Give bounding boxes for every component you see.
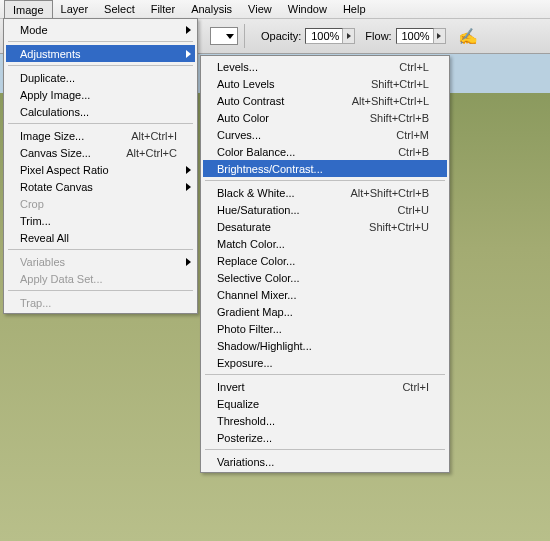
image-menu-apply-image[interactable]: Apply Image... — [6, 86, 195, 103]
image-menu-reveal-all[interactable]: Reveal All — [6, 229, 195, 246]
adjustments-menu-desaturate[interactable]: DesaturateShift+Ctrl+U — [203, 218, 447, 235]
menu-separator — [205, 374, 445, 375]
adjustments-menu-match-color[interactable]: Match Color... — [203, 235, 447, 252]
chevron-right-icon — [186, 183, 191, 191]
menubar-item-view[interactable]: View — [240, 0, 280, 18]
menubar-item-image[interactable]: Image — [4, 0, 53, 18]
flow-flyout-button[interactable] — [434, 28, 446, 44]
menubar: ImageLayerSelectFilterAnalysisViewWindow… — [0, 0, 550, 19]
menu-item-label: Crop — [20, 198, 44, 210]
menu-item-shortcut: Ctrl+M — [396, 129, 429, 141]
flow-input[interactable]: 100% — [396, 28, 434, 44]
adjustments-menu-channel-mixer[interactable]: Channel Mixer... — [203, 286, 447, 303]
menu-item-label: Variations... — [217, 456, 274, 468]
adjustments-menu-threshold[interactable]: Threshold... — [203, 412, 447, 429]
menu-separator — [8, 41, 193, 42]
adjustments-menu-posterize[interactable]: Posterize... — [203, 429, 447, 446]
menu-item-label: Auto Contrast — [217, 95, 284, 107]
menu-item-shortcut: Alt+Ctrl+I — [131, 130, 177, 142]
image-menu-duplicate[interactable]: Duplicate... — [6, 69, 195, 86]
adjustments-menu-exposure[interactable]: Exposure... — [203, 354, 447, 371]
image-menu-rotate-canvas[interactable]: Rotate Canvas — [6, 178, 195, 195]
chevron-right-icon — [186, 166, 191, 174]
adjustments-menu-levels[interactable]: Levels...Ctrl+L — [203, 58, 447, 75]
opacity-label: Opacity: — [261, 30, 301, 42]
menu-item-label: Black & White... — [217, 187, 295, 199]
image-menu-mode[interactable]: Mode — [6, 21, 195, 38]
menu-item-shortcut: Ctrl+U — [398, 204, 429, 216]
image-menu-calculations[interactable]: Calculations... — [6, 103, 195, 120]
adjustments-menu-invert[interactable]: InvertCtrl+I — [203, 378, 447, 395]
menu-item-label: Shadow/Highlight... — [217, 340, 312, 352]
menu-item-label: Desaturate — [217, 221, 271, 233]
adjustments-menu-replace-color[interactable]: Replace Color... — [203, 252, 447, 269]
brush-preset-dropdown[interactable] — [210, 27, 238, 45]
adjustments-menu-black-white[interactable]: Black & White...Alt+Shift+Ctrl+B — [203, 184, 447, 201]
menu-item-label: Photo Filter... — [217, 323, 282, 335]
image-menu-canvas-size[interactable]: Canvas Size...Alt+Ctrl+C — [6, 144, 195, 161]
adjustments-menu-curves[interactable]: Curves...Ctrl+M — [203, 126, 447, 143]
adjustments-menu-variations[interactable]: Variations... — [203, 453, 447, 470]
menu-separator — [8, 249, 193, 250]
adjustments-menu-auto-color[interactable]: Auto ColorShift+Ctrl+B — [203, 109, 447, 126]
opacity-input[interactable]: 100% — [305, 28, 343, 44]
airbrush-icon[interactable]: ✍ — [458, 27, 478, 46]
menubar-item-analysis[interactable]: Analysis — [183, 0, 240, 18]
adjustments-menu-auto-contrast[interactable]: Auto ContrastAlt+Shift+Ctrl+L — [203, 92, 447, 109]
menu-item-label: Selective Color... — [217, 272, 300, 284]
separator — [244, 24, 245, 48]
adjustments-menu-gradient-map[interactable]: Gradient Map... — [203, 303, 447, 320]
menu-item-shortcut: Shift+Ctrl+U — [369, 221, 429, 233]
menu-item-label: Adjustments — [20, 48, 81, 60]
adjustments-menu-equalize[interactable]: Equalize — [203, 395, 447, 412]
menu-item-label: Trap... — [20, 297, 51, 309]
image-menu-apply-data-set: Apply Data Set... — [6, 270, 195, 287]
adjustments-menu-selective-color[interactable]: Selective Color... — [203, 269, 447, 286]
flow-label: Flow: — [365, 30, 391, 42]
menu-item-label: Apply Image... — [20, 89, 90, 101]
image-menu-trim[interactable]: Trim... — [6, 212, 195, 229]
menu-item-label: Curves... — [217, 129, 261, 141]
menubar-item-window[interactable]: Window — [280, 0, 335, 18]
menu-item-label: Auto Color — [217, 112, 269, 124]
menu-item-label: Exposure... — [217, 357, 273, 369]
menubar-item-filter[interactable]: Filter — [143, 0, 183, 18]
menu-item-shortcut: Ctrl+L — [399, 61, 429, 73]
menu-item-label: Equalize — [217, 398, 259, 410]
image-menu-trap: Trap... — [6, 294, 195, 311]
image-menu-crop: Crop — [6, 195, 195, 212]
menu-item-label: Hue/Saturation... — [217, 204, 300, 216]
menu-separator — [8, 65, 193, 66]
menubar-item-layer[interactable]: Layer — [53, 0, 97, 18]
menu-item-shortcut: Alt+Shift+Ctrl+B — [350, 187, 429, 199]
image-menu-pixel-aspect-ratio[interactable]: Pixel Aspect Ratio — [6, 161, 195, 178]
adjustments-submenu: Levels...Ctrl+LAuto LevelsShift+Ctrl+LAu… — [200, 55, 450, 473]
menu-item-label: Gradient Map... — [217, 306, 293, 318]
menubar-item-select[interactable]: Select — [96, 0, 143, 18]
menu-item-label: Color Balance... — [217, 146, 295, 158]
adjustments-menu-shadow-highlight[interactable]: Shadow/Highlight... — [203, 337, 447, 354]
menu-item-label: Image Size... — [20, 130, 84, 142]
menu-item-label: Threshold... — [217, 415, 275, 427]
menubar-item-help[interactable]: Help — [335, 0, 374, 18]
adjustments-menu-color-balance[interactable]: Color Balance...Ctrl+B — [203, 143, 447, 160]
menu-item-shortcut: Shift+Ctrl+B — [370, 112, 429, 124]
menu-separator — [205, 180, 445, 181]
adjustments-menu-auto-levels[interactable]: Auto LevelsShift+Ctrl+L — [203, 75, 447, 92]
menu-item-label: Calculations... — [20, 106, 89, 118]
adjustments-menu-hue-saturation[interactable]: Hue/Saturation...Ctrl+U — [203, 201, 447, 218]
image-menu-adjustments[interactable]: Adjustments — [6, 45, 195, 62]
image-menu-variables: Variables — [6, 253, 195, 270]
menu-item-label: Trim... — [20, 215, 51, 227]
menu-item-label: Posterize... — [217, 432, 272, 444]
menu-item-label: Mode — [20, 24, 48, 36]
adjustments-menu-brightness-contrast[interactable]: Brightness/Contrast... — [203, 160, 447, 177]
opacity-flyout-button[interactable] — [343, 28, 355, 44]
image-menu-image-size[interactable]: Image Size...Alt+Ctrl+I — [6, 127, 195, 144]
menu-item-label: Variables — [20, 256, 65, 268]
adjustments-menu-photo-filter[interactable]: Photo Filter... — [203, 320, 447, 337]
menu-item-label: Levels... — [217, 61, 258, 73]
chevron-right-icon — [186, 258, 191, 266]
menu-item-shortcut: Ctrl+B — [398, 146, 429, 158]
menu-separator — [8, 123, 193, 124]
